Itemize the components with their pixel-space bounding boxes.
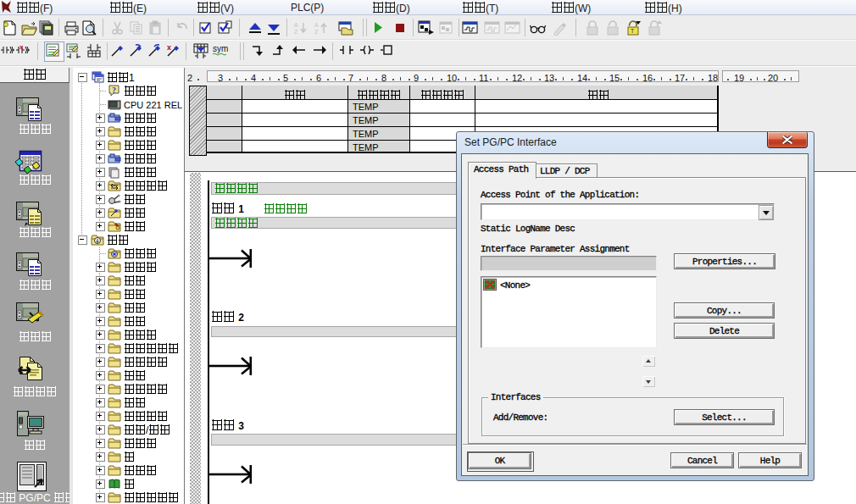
svg-text:x: x [19,43,24,51]
svg-text:sym: sym [213,44,228,53]
svg-text:Z: Z [314,29,319,35]
svg-text:A: A [314,22,319,28]
svg-text:Z: Z [294,29,298,35]
svg-text:x: x [167,43,171,52]
svg-text:?: ? [112,86,116,95]
svg-text:A: A [294,22,298,28]
svg-text:T: T [631,28,635,34]
